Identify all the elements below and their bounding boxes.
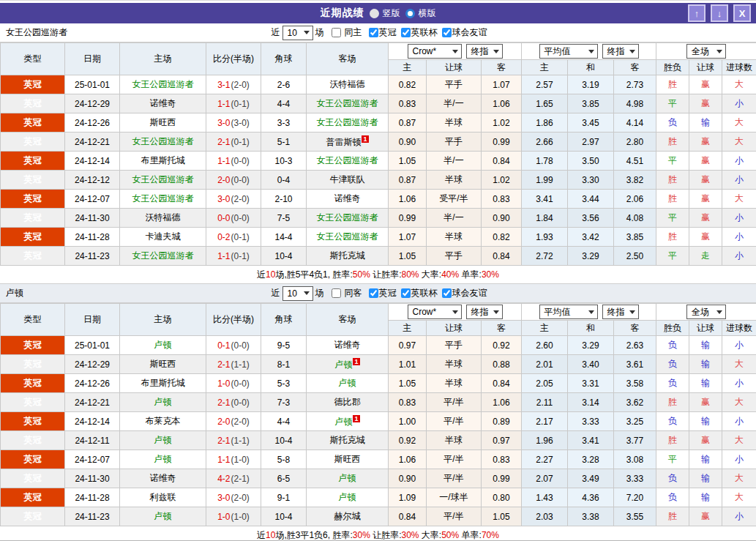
league-badge: 英冠 [1, 450, 65, 469]
result-wdl: 平 [656, 152, 689, 171]
crow-away-odds: 1.07 [482, 75, 522, 94]
away-team-name: 卢顿 [334, 359, 352, 370]
result-wdl: 负 [656, 113, 689, 133]
red-card-badge: 1 [353, 358, 359, 365]
crow-handicap: 平手 [427, 247, 482, 266]
avg-select[interactable]: 平均值 [539, 44, 598, 59]
avg-draw-odds: 3.49 [568, 469, 614, 488]
home-team: 斯旺西 [120, 355, 206, 374]
avg-away-odds: 3.25 [614, 412, 656, 431]
home-team: 斯旺西 [120, 113, 206, 133]
avg-group-header: 平均值 终指 [522, 43, 656, 60]
avg-draw-odds: 3.29 [568, 247, 614, 266]
same-venue-label[interactable]: 同客 [345, 287, 362, 299]
friendly-checkbox[interactable] [442, 28, 452, 37]
home-team: 布莱克本 [120, 412, 206, 431]
title-center: 近期战绩 竖版 横版 [321, 7, 436, 20]
match-row: 英冠24-11-30诺维奇4-2(2-1)6-5卢顿0.90平/半0.992.0… [1, 469, 756, 488]
avg-home-odds: 2.60 [522, 336, 568, 355]
summary-text: 单率: [459, 269, 482, 281]
league-checkbox[interactable] [369, 28, 378, 37]
crow-home-odds: 1.05 [389, 247, 427, 266]
league-badge: 英冠 [1, 247, 65, 266]
corners: 14-4 [261, 228, 307, 247]
away-team-name: 卢顿 [339, 492, 356, 502]
match-date: 24-11-30 [65, 209, 120, 228]
avg-home-odds: 2.05 [522, 374, 568, 393]
final-index-select[interactable]: 终指 [466, 305, 503, 319]
radio-horizontal-label[interactable]: 横版 [419, 7, 436, 20]
crow-home-odds: 1.07 [389, 228, 427, 247]
away-team: 赫尔城 [307, 507, 389, 526]
efl-cup-checkbox-label[interactable]: 英联杯 [411, 287, 438, 299]
match-row: 英冠24-11-23女王公园巡游者1-1(0-1)10-4斯托克城1.05平手0… [1, 247, 756, 266]
corners: 10-3 [261, 152, 307, 171]
avg-home-odds: 2.07 [522, 469, 568, 488]
friendly-checkbox[interactable] [442, 288, 452, 298]
same-venue-label[interactable]: 同主 [345, 26, 362, 39]
radio-horizontal-icon[interactable] [405, 9, 415, 18]
away-team: 女王公园巡游者 [307, 228, 389, 247]
col-crow-away: 客 [482, 321, 522, 336]
away-team-name: 斯旺西 [334, 454, 361, 464]
result-handicap: 赢 [689, 152, 722, 171]
fulltime-score: 3-1 [217, 80, 230, 90]
match-date: 24-12-26 [65, 113, 120, 133]
league-checkbox-label[interactable]: 英冠 [379, 287, 397, 299]
final-index-select[interactable]: 终指 [466, 44, 503, 59]
avg-home-odds: 2.11 [522, 393, 568, 412]
recent-games-select[interactable]: 10 [282, 26, 313, 40]
crow-company-select[interactable]: Crow* [408, 44, 462, 59]
home-team: 女王公园巡游者 [120, 190, 206, 209]
radio-vertical-label[interactable]: 竖版 [383, 7, 400, 20]
col-away: 客场 [307, 304, 389, 336]
recent-games-select[interactable]: 10 [282, 286, 313, 301]
league-badge: 英冠 [1, 507, 65, 526]
friendly-checkbox-label[interactable]: 球会友谊 [452, 287, 487, 299]
crow-home-odds: 0.92 [389, 431, 427, 450]
col-home: 主场 [120, 304, 206, 336]
halftime-score: (0-0) [231, 175, 250, 185]
col-wdl: 胜负 [656, 321, 689, 336]
fulltime-select[interactable]: 全场 [686, 305, 726, 319]
league-checkbox-label[interactable]: 英冠 [379, 26, 397, 39]
crow-home-odds: 0.83 [389, 393, 427, 412]
efl-cup-checkbox-label[interactable]: 英联杯 [411, 26, 438, 39]
efl-cup-checkbox[interactable] [401, 28, 411, 37]
crow-home-odds: 1.06 [389, 190, 427, 209]
same-venue-checkbox[interactable] [332, 288, 341, 298]
avg-final-index-select[interactable]: 终指 [602, 44, 639, 59]
friendly-checkbox-label[interactable]: 球会友谊 [452, 26, 487, 39]
chevron-down-icon [588, 50, 594, 53]
layout-radio-vertical[interactable]: 竖版 [370, 7, 400, 20]
match-date: 24-12-21 [65, 393, 120, 412]
radio-vertical-icon[interactable] [370, 9, 379, 18]
summary-qpr: 近10场,胜5平4负1, 胜率:50% 让胜率:80% 大率:40% 单率:30… [0, 266, 756, 284]
layout-radio-horizontal[interactable]: 横版 [405, 7, 436, 20]
league-checkbox[interactable] [369, 288, 378, 298]
avg-away-odds: 2.73 [614, 75, 656, 94]
avg-home-odds: 2.72 [522, 247, 568, 266]
fulltime-select[interactable]: 全场 [686, 44, 726, 59]
home-team: 女王公园巡游者 [120, 75, 206, 94]
avg-away-odds: 2.63 [614, 336, 656, 355]
crow-company-select[interactable]: Crow* [408, 305, 462, 319]
close-button[interactable]: X [733, 4, 751, 22]
avg-home-odds: 1.65 [522, 94, 568, 113]
move-down-button[interactable]: ↓ [711, 4, 728, 22]
result-wdl: 负 [656, 412, 689, 431]
match-row: 英冠24-12-21女王公园巡游者2-1(0-1)5-1普雷斯顿10.90平手0… [1, 133, 756, 152]
fulltime-score: 2-1 [217, 137, 230, 147]
efl-cup-checkbox[interactable] [401, 288, 411, 298]
result-handicap: 走 [689, 247, 722, 266]
away-team: 斯旺西 [307, 450, 389, 469]
same-venue-checkbox[interactable] [332, 28, 341, 37]
fulltime-score: 1-1 [217, 455, 230, 465]
avg-away-odds: 2.50 [614, 247, 656, 266]
avg-final-index-select[interactable]: 终指 [602, 305, 639, 319]
avg-select[interactable]: 平均值 [539, 305, 598, 319]
table-head: 类型 日期 主场 比分(半场) 角球 客场 Crow* 终指 平均值 [1, 304, 756, 336]
match-row: 英冠24-12-14布莱克本2-0(2-0)4-4卢顿11.00平/半0.892… [1, 412, 756, 431]
move-up-button[interactable]: ↑ [688, 4, 706, 22]
chevron-down-icon [716, 310, 722, 314]
